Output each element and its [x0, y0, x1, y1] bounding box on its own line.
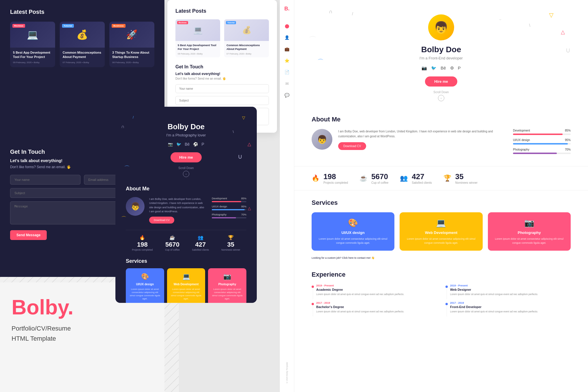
sidebar-file-icon[interactable]: 📄 [284, 69, 290, 75]
dark-stat-projects: 🔥 198 Projects completed [132, 235, 153, 251]
pinterest-icon[interactable]: P [201, 142, 204, 147]
rp-fire-icon: 🔥 [312, 175, 319, 182]
rp-experience-section: Experience 2019 - Present Academic Degre… [294, 265, 588, 325]
rp-download-cv-button[interactable]: Download CV [338, 142, 366, 150]
fire-icon: 🔥 [132, 235, 153, 240]
contact-subtitle: Let's talk about everything! [10, 158, 62, 163]
scroll-circle: ○ [183, 171, 189, 177]
light-post-meta-2: 07 February, 2020 • Bolby [226, 52, 267, 55]
light-blog-title: Latest Posts [175, 8, 269, 14]
rp-photo-icon: 📷 [493, 218, 565, 228]
dark-stat-coffee: ☕ 5670 Cup of coffee [165, 235, 179, 251]
light-post-title-2: Common Misconceptions About Payment [226, 43, 267, 51]
rp-ui-icon: 🎨 [317, 218, 389, 228]
dark-about-title: About Me [126, 186, 246, 192]
rp-twitter-icon[interactable]: 🐦 [431, 65, 437, 71]
rp-exp-item-4: 2017 - 2019 Front-End Developer Lorem ip… [445, 301, 571, 314]
light-laptop-icon: 💻 [193, 26, 203, 35]
rp-about-section: About Me 👦 I am Bolby Doe, web developer… [294, 110, 588, 163]
sidebar-star-icon[interactable]: ⭐ [284, 57, 290, 64]
dark-about-avatar: 👦 [126, 197, 145, 216]
post-title-2: Common Misconceptions About Payment [63, 50, 102, 59]
rp-stat-coffee: ☕ 5670 Cup of coffee [359, 172, 388, 184]
sidebar-user-icon[interactable]: 👤 [284, 34, 290, 41]
rp-service-ui: 🎨 UI/UX design Lorem ipsum dolor sit ame… [312, 212, 394, 251]
light-post-title-1: 5 Best App Development Tool For Your Pro… [178, 43, 218, 51]
sidebar: B. ⬤ 👤 💼 ⭐ 📄 ✉ 💬 © 2020 Bolby Template [280, 0, 294, 392]
light-coins-icon: 💰 [242, 26, 251, 35]
light-subject-input[interactable] [175, 96, 269, 105]
rp-experience-grid: 2019 - Present Academic Degree Lorem ips… [312, 284, 571, 319]
rp-services-section: Services 🎨 UI/UX design Lorem ipsum dolo… [294, 193, 588, 265]
posts-grid: Reviews 💻 5 Best App Development Tool Fo… [10, 22, 154, 67]
rp-coffee-icon: ☕ [359, 175, 367, 182]
post-card-3[interactable]: Business 🚀 3 Things To Know About Startu… [109, 22, 154, 67]
rp-web-icon: 💻 [405, 218, 477, 228]
post-image-3: Business 🚀 [109, 22, 154, 48]
trophy-icon: 🏆 [221, 235, 240, 240]
ui-icon: 🎨 [129, 273, 161, 280]
people-icon: 👥 [192, 235, 209, 240]
instagram-icon[interactable]: 📷 [168, 142, 173, 147]
rocket-icon: 🚀 [126, 29, 138, 40]
sidebar-briefcase-icon[interactable]: 💼 [284, 46, 290, 52]
brand-dot: . [68, 296, 74, 319]
sidebar-mail-icon[interactable]: ✉ [284, 80, 290, 87]
post-card-2[interactable]: Tutorial 💰 Common Misconceptions About P… [60, 22, 105, 67]
rp-stats-row: 🔥 198 Projects completed ☕ 5670 Cup of c… [294, 166, 588, 190]
rp-people-icon: 👥 [400, 175, 408, 182]
twitter-icon[interactable]: 🐦 [176, 142, 181, 147]
light-post-2[interactable]: Tutorial 💰 Common Misconceptions About P… [224, 19, 269, 57]
post-image-1: Reviews 💻 [10, 22, 55, 48]
light-posts-grid: Reviews 💻 5 Best App Development Tool Fo… [175, 19, 269, 57]
rp-services-title: Services [312, 199, 571, 207]
sidebar-home-icon[interactable]: ⬤ [284, 23, 290, 29]
light-contact-subtitle: Let's talk about everything! [175, 72, 269, 76]
light-post-img-2: Tutorial 💰 [224, 19, 269, 41]
rp-hero-section: ▽ ∩ △ ⌒ ∪ / \ ⌒ ⌣ 👦 Bolby Doe I'm a Fron… [294, 0, 588, 110]
rp-exp-item-3: 2019 - Present Web Designer Lorem ipsum … [445, 284, 571, 296]
dark-hire-button[interactable]: Hire me [171, 152, 202, 162]
rp-dribbble-icon[interactable]: ⚙ [450, 65, 454, 71]
rp-hero-role: I'm a Front-End developer [420, 56, 463, 60]
dark-stats-row: 🔥 198 Projects completed ☕ 5670 Cup of c… [126, 230, 246, 251]
light-badge-1: Reviews [177, 21, 188, 24]
rp-scroll-circle: ○ [438, 95, 444, 101]
light-post-meta-1: 09 February, 2020 • Bolby [178, 52, 218, 55]
brand-subtitle: Portfolio/CV/Resume HTML Template [12, 323, 153, 344]
post-card-1[interactable]: Reviews 💻 5 Best App Development Tool Fo… [10, 22, 55, 67]
dark-skills: Development 85% UI/UX design 95% Photogr… [212, 197, 246, 221]
behance-icon[interactable]: Bē [185, 142, 190, 147]
rp-skills: Development 85% UI/UX design 95% Photogr… [513, 129, 571, 157]
rp-exp-item-2: 2017 - 2019 Bachelor's Degree Lorem ipsu… [312, 301, 437, 314]
rp-instagram-icon[interactable]: 📷 [422, 65, 427, 71]
rp-hero-name: Bolby Doe [421, 45, 461, 54]
dark-stat-clients: 👥 427 Satisfied clients [192, 235, 209, 251]
light-post-1[interactable]: Reviews 💻 5 Best App Development Tool Fo… [175, 19, 220, 57]
light-name-input[interactable] [175, 84, 269, 93]
rp-behance-icon[interactable]: Bē [441, 65, 446, 71]
rp-exp-item-1: 2019 - Present Academic Degree Lorem ips… [312, 284, 437, 296]
send-button[interactable]: Send Message [10, 230, 47, 240]
sidebar-copyright: © 2020 Bolby Template [286, 362, 288, 383]
photo-icon: 📷 [211, 273, 243, 280]
rp-exp-col-right: 2019 - Present Web Designer Lorem ipsum … [445, 284, 571, 319]
dark-scroll-down: Scroll Down ○ [178, 166, 194, 177]
rp-stat-clients: 👥 427 Satisfied clients [400, 172, 432, 184]
name-input[interactable] [10, 175, 80, 185]
dribbble-icon[interactable]: ⚽ [193, 142, 198, 147]
rp-about-text: I am Bolby Doe, web developer from Londo… [338, 129, 501, 139]
post-meta-3: 06 February, 2020 • Bolby [112, 61, 151, 64]
rp-custom-job-link[interactable]: Looking for a custom job? Click here to … [312, 256, 571, 259]
dark-services-title: Services [126, 258, 246, 264]
rp-pinterest-icon[interactable]: P [458, 65, 461, 71]
rp-scroll-down: Scroll Down ○ [433, 91, 449, 101]
dark-hero-role: I'm a Photography lover [166, 133, 206, 137]
dark-download-cv-button[interactable]: Download CV [149, 217, 174, 224]
sidebar-chat-icon[interactable]: 💬 [284, 92, 290, 98]
rp-stat-nominees: 🏆 35 Nominees winner [443, 172, 477, 184]
rp-hire-button[interactable]: Hire me [425, 76, 457, 87]
dark-services-grid: 🎨 UI/UX design Lorem ipsum dolor sit ame… [126, 268, 246, 303]
coffee-icon: ☕ [165, 235, 179, 240]
post-badge-1: Reviews [12, 24, 25, 28]
